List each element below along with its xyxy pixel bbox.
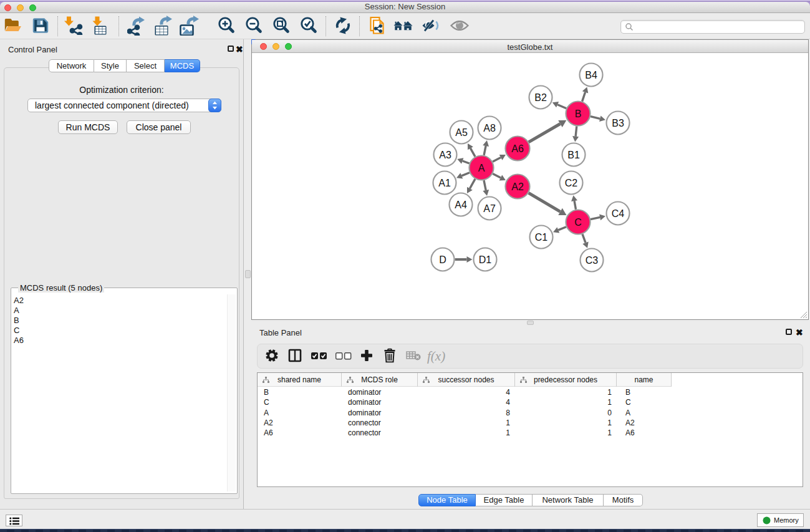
svg-text:A1: A1	[438, 178, 451, 188]
svg-text:A8: A8	[483, 123, 496, 133]
svg-text:C3: C3	[586, 255, 599, 266]
svg-text:B2: B2	[534, 92, 547, 103]
svg-text:B4: B4	[585, 70, 597, 80]
svg-text:A5: A5	[455, 127, 468, 138]
svg-text:A7: A7	[483, 203, 496, 214]
svg-text:C1: C1	[535, 232, 548, 243]
svg-text:C: C	[574, 217, 582, 228]
svg-text:C4: C4	[612, 208, 625, 219]
svg-text:B3: B3	[612, 118, 624, 128]
svg-text:A: A	[478, 163, 485, 173]
svg-text:B: B	[575, 109, 582, 119]
svg-text:C2: C2	[565, 178, 578, 188]
svg-text:B1: B1	[567, 150, 580, 160]
svg-text:A4: A4	[455, 200, 467, 210]
svg-text:A3: A3	[439, 150, 451, 160]
svg-text:A2: A2	[511, 181, 524, 192]
svg-text:D: D	[439, 254, 446, 265]
svg-text:D1: D1	[479, 254, 492, 265]
svg-text:A6: A6	[511, 143, 524, 154]
